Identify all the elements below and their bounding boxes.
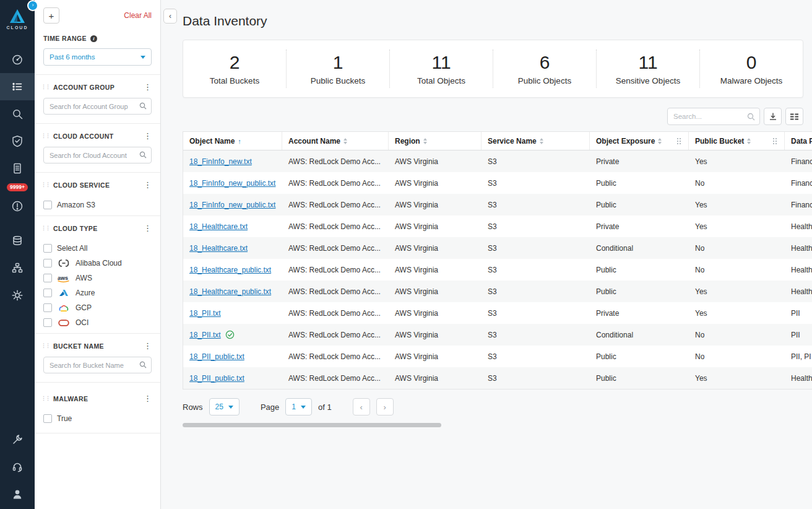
drag-handle-icon[interactable]: ⋮⋮ xyxy=(41,182,50,188)
export-button[interactable] xyxy=(764,108,782,125)
table-search-input[interactable] xyxy=(667,108,760,125)
object-exposure-cell: Conditional xyxy=(590,324,689,346)
option-azure[interactable]: Azure xyxy=(43,289,152,297)
col-service-name[interactable]: Service Name xyxy=(482,132,590,150)
sidebar-collapse-button[interactable]: ‹ xyxy=(163,9,177,24)
region-cell: AWS Virginia xyxy=(389,367,482,389)
nav-alerts[interactable] xyxy=(0,193,35,220)
sort-asc-icon: ↑ xyxy=(238,137,241,145)
section-menu-icon[interactable]: ⋮ xyxy=(141,180,154,189)
section-menu-icon[interactable]: ⋮ xyxy=(141,131,154,141)
nav-profile[interactable] xyxy=(0,481,35,508)
aws-checkbox[interactable] xyxy=(43,274,52,282)
table-toolbar xyxy=(183,108,803,125)
object-name-link[interactable]: 18_Healthcare.txt xyxy=(189,244,248,253)
time-range-dropdown[interactable]: Past 6 months xyxy=(43,48,152,66)
select-all-checkbox[interactable] xyxy=(43,244,52,253)
col-object-exposure[interactable]: Object Exposure xyxy=(590,132,689,150)
nav-tools[interactable] xyxy=(0,426,35,453)
rows-per-page-select[interactable]: 25 xyxy=(209,398,240,415)
account-group-search-input[interactable] xyxy=(43,98,152,115)
drag-handle-icon[interactable]: ⋮⋮ xyxy=(41,343,50,349)
account-name-cell: AWS: RedLock Demo Acc... xyxy=(282,367,389,389)
nav-network[interactable] xyxy=(0,254,35,282)
nav-dashboard[interactable] xyxy=(0,46,35,73)
column-drag-icon[interactable] xyxy=(773,138,774,139)
search-icon xyxy=(139,102,147,110)
alibaba-cloud-icon xyxy=(57,259,71,267)
bucket-name-search-input[interactable] xyxy=(43,357,152,373)
alibaba-checkbox[interactable] xyxy=(43,259,52,268)
horizontal-scrollbar[interactable] xyxy=(183,423,441,427)
add-filter-button[interactable]: + xyxy=(43,7,59,24)
column-settings-button[interactable] xyxy=(785,108,803,125)
nav-compliance[interactable] xyxy=(0,128,35,155)
page-select[interactable]: 1 xyxy=(285,398,312,415)
region-cell: AWS Virginia xyxy=(389,346,482,367)
nav-inventory[interactable] xyxy=(0,73,35,100)
public-bucket-cell: Yes xyxy=(689,150,785,172)
nav-search[interactable] xyxy=(0,100,35,128)
speedometer-icon xyxy=(11,53,24,66)
summary-stats-card: 2 Total Buckets 1 Public Buckets 11 Tota… xyxy=(183,40,803,98)
drag-handle-icon[interactable]: ⋮⋮ xyxy=(41,396,50,401)
col-data-profile[interactable]: Data P xyxy=(785,132,812,150)
clear-all-filters[interactable]: Clear All xyxy=(124,11,152,20)
stat-malware-objects: 0 Malware Objects xyxy=(700,50,803,88)
prev-page-button[interactable]: ‹ xyxy=(353,398,370,415)
nav-support[interactable] xyxy=(0,453,35,481)
region-cell: AWS Virginia xyxy=(389,324,482,346)
object-name-link[interactable]: 18_PII_public.txt xyxy=(189,352,244,361)
filter-sidebar: + Clear All TIME RANGE i Past 6 months ⋮… xyxy=(35,0,161,509)
account-name-cell: AWS: RedLock Demo Acc... xyxy=(282,172,389,194)
drag-handle-icon[interactable]: ⋮⋮ xyxy=(41,133,50,139)
next-page-button[interactable]: › xyxy=(376,398,394,415)
azure-checkbox[interactable] xyxy=(43,289,52,297)
stat-sensitive-objects: 11 Sensitive Objects xyxy=(597,50,700,88)
drag-handle-icon[interactable]: ⋮⋮ xyxy=(41,84,50,90)
option-alibaba-cloud[interactable]: Alibaba Cloud xyxy=(43,259,152,268)
object-name-link[interactable]: 18_Healthcare_public.txt xyxy=(189,266,271,274)
col-region[interactable]: Region xyxy=(389,132,482,150)
service-name-cell: S3 xyxy=(482,324,590,346)
cloud-account-search-input[interactable] xyxy=(43,147,152,163)
option-select-all[interactable]: Select All xyxy=(43,244,152,253)
nav-settings[interactable] xyxy=(0,282,35,309)
option-malware-true[interactable]: True xyxy=(43,414,152,423)
col-public-bucket[interactable]: Public Bucket xyxy=(689,132,785,150)
object-name-link[interactable]: 18_FinInfo_new.txt xyxy=(189,157,252,166)
object-name-link[interactable]: 18_PII.txt xyxy=(189,309,221,318)
person-icon xyxy=(11,488,24,500)
object-name-link[interactable]: 18_PII_public.txt xyxy=(189,374,244,383)
nav-reports[interactable] xyxy=(0,155,35,182)
oci-checkbox[interactable] xyxy=(43,318,52,327)
object-exposure-cell: Public xyxy=(590,259,689,281)
azure-icon xyxy=(57,289,71,297)
nav-expand-pin[interactable]: › xyxy=(28,1,37,10)
app-logo[interactable]: CLOUD xyxy=(7,9,28,30)
object-name-link[interactable]: 18_PII.txt xyxy=(189,331,221,339)
object-name-link[interactable]: 18_FinInfo_new_public.txt xyxy=(189,201,275,209)
col-account-name[interactable]: Account Name xyxy=(282,132,389,150)
section-menu-icon[interactable]: ⋮ xyxy=(141,341,154,350)
option-amazon-s3[interactable]: Amazon S3 xyxy=(43,201,152,209)
option-oci[interactable]: OCI xyxy=(43,318,152,327)
object-name-link[interactable]: 18_FinInfo_new_public.txt xyxy=(189,179,275,188)
section-menu-icon[interactable]: ⋮ xyxy=(141,82,154,92)
amazon-s3-checkbox[interactable] xyxy=(43,201,52,209)
section-menu-icon[interactable]: ⋮ xyxy=(141,394,154,403)
data-profile-cell: Health xyxy=(785,259,812,281)
object-name-link[interactable]: 18_Healthcare.txt xyxy=(189,222,248,231)
option-gcp[interactable]: GCP xyxy=(43,303,152,312)
nav-data-security[interactable] xyxy=(0,227,35,254)
section-menu-icon[interactable]: ⋮ xyxy=(141,224,154,233)
malware-true-checkbox[interactable] xyxy=(43,414,52,423)
drag-handle-icon[interactable]: ⋮⋮ xyxy=(41,225,50,231)
object-name-cell: 18_FinInfo_new_public.txt xyxy=(183,172,282,194)
option-aws[interactable]: aws AWS xyxy=(43,274,152,282)
col-object-name[interactable]: Object Name ↑ xyxy=(183,132,282,150)
gcp-checkbox[interactable] xyxy=(43,303,52,312)
column-drag-icon[interactable] xyxy=(677,138,678,139)
stat-public-objects: 6 Public Objects xyxy=(493,50,597,88)
object-name-link[interactable]: 18_Healthcare_public.txt xyxy=(189,287,271,296)
